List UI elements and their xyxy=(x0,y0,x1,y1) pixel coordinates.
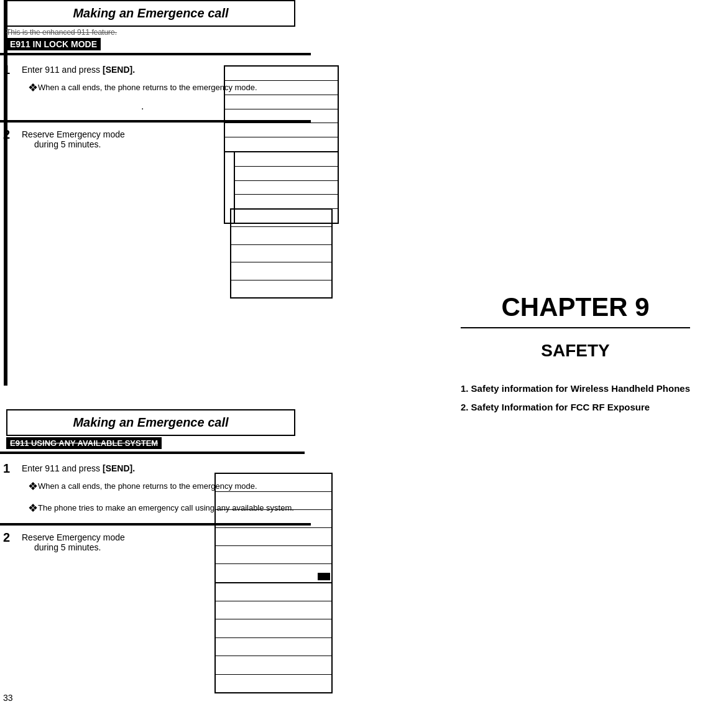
section1-header-box: Making an Emergence call xyxy=(6,0,295,27)
section1-step1-bold: [SEND]. xyxy=(103,65,135,75)
section1-step2-text: Reserve Emergency mode xyxy=(22,129,125,139)
section1-step2-text2: during 5 minutes. xyxy=(34,139,125,149)
section1-subtitle: This is the enhanced 911 feature. xyxy=(6,28,311,37)
phone-diagram-bottom xyxy=(214,473,333,693)
section2-divider xyxy=(0,452,305,454)
right-column: CHAPTER 9 SAFETY 1. Safety information f… xyxy=(423,0,728,709)
chapter-item2: 2. Safety Information for FCC RF Exposur… xyxy=(461,398,690,417)
section1-divider xyxy=(0,53,311,55)
chapter-items: 1. Safety information for Wireless Handh… xyxy=(461,379,690,417)
section2-step2-text: Reserve Emergency mode xyxy=(22,532,125,542)
section1-step2-content: Reserve Emergency mode during 5 minutes. xyxy=(22,127,125,149)
chapter-item1: 1. Safety information for Wireless Handh… xyxy=(461,379,690,398)
section1-step1-note: ❖When a call ends, the phone returns to … xyxy=(28,80,257,114)
section2-step2-text2: during 5 minutes. xyxy=(34,542,125,552)
section2-step1-num: 1 xyxy=(3,461,22,476)
section2-step2-content: Reserve Emergency mode during 5 minutes. xyxy=(22,531,125,552)
bullet-icon-2: ❖ xyxy=(28,480,38,493)
bullet-icon-3: ❖ xyxy=(28,502,38,514)
section2-step1-text: Enter 911 and press xyxy=(22,463,103,473)
section1-step1-content: Enter 911 and press [SEND]. ❖When a call… xyxy=(22,63,257,114)
chapter-subtitle: SAFETY xyxy=(461,341,690,361)
section2-step2-num: 2 xyxy=(3,531,22,545)
section1-step2-num: 2 xyxy=(3,127,22,142)
phone-diagram-top-lower xyxy=(230,208,333,299)
section1-mode-label: E911 IN LOCK MODE xyxy=(6,38,101,50)
section2-header-box: Making an Emergence call xyxy=(6,409,295,436)
left-column: Making an Emergence call This is the enh… xyxy=(0,0,385,709)
bullet-icon-1: ❖ xyxy=(28,81,38,94)
section1-step1-text: Enter 911 and press xyxy=(22,65,103,75)
section1-step1-dot: . xyxy=(28,99,257,114)
section1-title: Making an Emergence call xyxy=(14,6,288,21)
phone-diagram-top xyxy=(224,65,339,224)
section2-step1-bold: [SEND]. xyxy=(103,463,135,473)
page-number: 33 xyxy=(3,693,13,703)
chapter-box: CHAPTER 9 SAFETY 1. Safety information f… xyxy=(461,292,690,417)
section2-title: Making an Emergence call xyxy=(14,415,288,430)
section1-step1-num: 1 xyxy=(3,63,22,77)
section2-mode-label: E911 USING ANY AVAILABLE SYSTEM xyxy=(6,437,162,449)
chapter-title: CHAPTER 9 xyxy=(461,292,690,328)
